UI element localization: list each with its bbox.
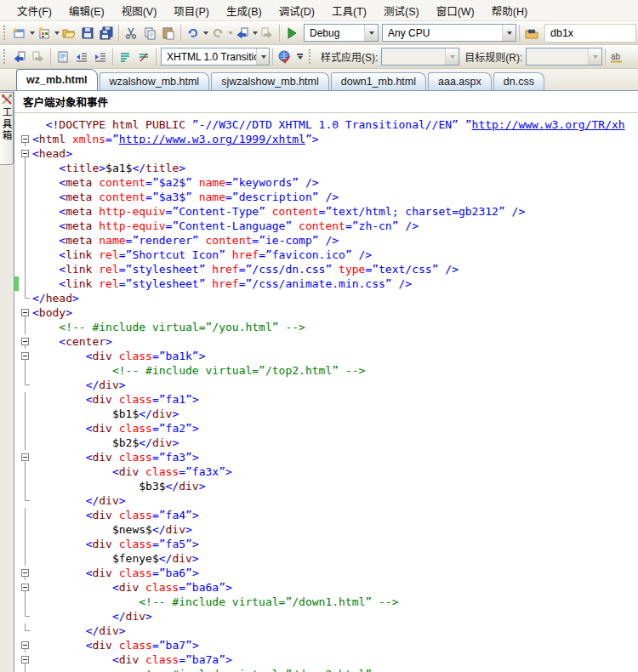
- copy-button[interactable]: [140, 24, 159, 43]
- document-tab[interactable]: dn.css: [493, 72, 544, 90]
- code-line[interactable]: </div>: [14, 624, 638, 638]
- code-line[interactable]: <html xmlns=”http://www.w3.org/1999/xhtm…: [14, 132, 638, 146]
- code-line[interactable]: $b3$</div>: [14, 479, 638, 493]
- fold-collapse-box[interactable]: [21, 150, 29, 157]
- solution-configuration-combo[interactable]: Debug: [304, 24, 379, 42]
- combo-arrow-button[interactable]: [364, 25, 378, 41]
- code-line[interactable]: <!-- #include virtual=”/you.html” -->: [14, 320, 638, 334]
- document-tab[interactable]: aaa.aspx: [428, 72, 492, 90]
- fold-collapse-box[interactable]: [21, 453, 29, 461]
- fold-margin[interactable]: [19, 132, 32, 146]
- code-line[interactable]: <div class=”ba6a”>: [14, 580, 638, 595]
- format-document-button[interactable]: [54, 48, 72, 66]
- menu-item[interactable]: 工具(T): [323, 0, 375, 22]
- toolbar-grip[interactable]: [3, 26, 7, 40]
- toolbox-collapsed-tab[interactable]: 工具箱: [0, 92, 14, 165]
- code-surface[interactable]: <!DOCTYPE html PUBLIC ”-//W3C//DTD XHTML…: [14, 113, 638, 672]
- save-all-button[interactable]: [97, 24, 116, 43]
- code-line[interactable]: $b1$</div>: [14, 407, 638, 421]
- save-button[interactable]: [78, 24, 97, 43]
- uncomment-selection-button[interactable]: [134, 48, 153, 66]
- menu-item[interactable]: 视图(V): [113, 0, 166, 22]
- fold-collapse-box[interactable]: [21, 656, 29, 663]
- redo-button[interactable]: [208, 24, 227, 43]
- fold-margin[interactable]: [19, 638, 32, 652]
- menu-item[interactable]: 项目(P): [165, 0, 218, 22]
- code-line[interactable]: <div class=”fa4”>: [14, 508, 638, 522]
- code-line[interactable]: <meta content=”$a2$” name=”keywords” />: [14, 175, 638, 190]
- fold-margin[interactable]: [19, 146, 32, 161]
- menu-item[interactable]: 生成(B): [218, 0, 271, 22]
- navigate-backward-button-2[interactable]: [10, 48, 29, 66]
- code-line[interactable]: <!-- #include virtual=”/down2.html” -->: [14, 667, 638, 672]
- fold-collapse-box[interactable]: [21, 569, 29, 577]
- code-line[interactable]: </head>: [14, 291, 638, 305]
- code-line[interactable]: <div class=”ba6”>: [14, 566, 638, 580]
- code-line[interactable]: $fenye$</div>: [14, 551, 638, 566]
- add-item-button[interactable]: [35, 24, 54, 43]
- fold-collapse-box[interactable]: [21, 338, 29, 345]
- fold-margin[interactable]: [19, 450, 32, 464]
- apply-styles-combo[interactable]: [381, 48, 459, 65]
- combo-arrow-button[interactable]: [445, 48, 459, 65]
- editor-navigation-bar[interactable]: 客户端对象和事件: [14, 91, 638, 113]
- fold-collapse-box[interactable]: [21, 309, 29, 316]
- fold-collapse-box[interactable]: [21, 352, 29, 360]
- doctype-validation-combo[interactable]: XHTML 1.0 Transitic: [161, 48, 270, 65]
- document-tab[interactable]: sjwzalshow_mb.html: [211, 72, 329, 90]
- find-combo-input[interactable]: [544, 24, 636, 43]
- code-line[interactable]: <div class=”fa3”>: [14, 450, 638, 464]
- new-project-button[interactable]: [10, 24, 29, 43]
- code-line[interactable]: <link rel=”stylesheet” href=”/css/animat…: [14, 276, 638, 291]
- start-debugging-button[interactable]: [282, 24, 301, 43]
- find-in-files-button[interactable]: [522, 24, 541, 43]
- code-line[interactable]: <title>$a1$</title>: [14, 161, 638, 175]
- combo-arrow-button[interactable]: [588, 48, 601, 65]
- combo-arrow-button[interactable]: [502, 25, 516, 41]
- fold-collapse-box[interactable]: [21, 584, 29, 591]
- menu-item[interactable]: 测试(S): [375, 0, 428, 22]
- code-line[interactable]: </div>: [14, 609, 638, 624]
- fold-margin[interactable]: [19, 580, 32, 595]
- code-line[interactable]: <div class=”fa2”>: [14, 421, 638, 436]
- document-tab[interactable]: down1_mb.html: [331, 72, 426, 90]
- navigate-forward-button-2[interactable]: [29, 48, 48, 66]
- code-line[interactable]: $news$</div>: [14, 522, 638, 537]
- navigate-backward-button[interactable]: [233, 24, 252, 43]
- document-tab[interactable]: wz_mb.html: [16, 69, 98, 90]
- menu-item[interactable]: 编辑(E): [60, 0, 113, 22]
- code-line[interactable]: <body>: [14, 305, 638, 320]
- check-page-accessibility-button[interactable]: [276, 48, 294, 66]
- fold-collapse-box[interactable]: [21, 135, 29, 143]
- paste-button[interactable]: [159, 24, 178, 43]
- code-line[interactable]: <!DOCTYPE html PUBLIC ”-//W3C//DTD XHTML…: [14, 117, 638, 132]
- code-line[interactable]: <div class=”fa3x”>: [14, 464, 638, 479]
- solution-platform-combo[interactable]: Any CPU: [382, 24, 516, 42]
- fold-margin[interactable]: [19, 349, 32, 363]
- increase-indent-button[interactable]: [91, 48, 110, 66]
- toolbar-grip[interactable]: [309, 49, 312, 64]
- code-line[interactable]: <head>: [14, 146, 638, 161]
- code-line[interactable]: <div class=”fa5”>: [14, 537, 638, 551]
- code-line[interactable]: </div>: [14, 378, 638, 392]
- menu-item[interactable]: 文件(F): [9, 0, 60, 22]
- code-line[interactable]: <meta http-equiv=”Content-Type” content=…: [14, 204, 638, 219]
- code-line[interactable]: <!-- #include virtual=”/down1.html” -->: [14, 595, 638, 609]
- cut-button[interactable]: [122, 24, 140, 43]
- code-line[interactable]: <link rel=”stylesheet” href=”/css/dn.css…: [14, 262, 638, 276]
- menu-item[interactable]: 帮助(H): [483, 0, 536, 22]
- comment-selection-button[interactable]: [116, 48, 134, 66]
- navigate-forward-button[interactable]: [258, 24, 276, 43]
- combo-arrow-button[interactable]: [256, 48, 269, 65]
- document-tab[interactable]: wzalshow_mb.html: [100, 72, 210, 90]
- fold-margin[interactable]: [19, 652, 32, 667]
- decrease-indent-button[interactable]: [72, 48, 91, 66]
- style-button[interactable]: ab: [608, 48, 627, 66]
- code-line[interactable]: <div class=”ba1k”>: [14, 349, 638, 363]
- code-line[interactable]: <meta name=”renderer” content=”ie-comp” …: [14, 233, 638, 248]
- fold-margin[interactable]: [19, 566, 32, 580]
- code-line[interactable]: <link rel=”Shortcut Icon” href=”favicon.…: [14, 248, 638, 262]
- fold-collapse-box[interactable]: [21, 641, 29, 649]
- code-line[interactable]: <div class=”fa1”>: [14, 392, 638, 407]
- code-line[interactable]: <center>: [14, 334, 638, 349]
